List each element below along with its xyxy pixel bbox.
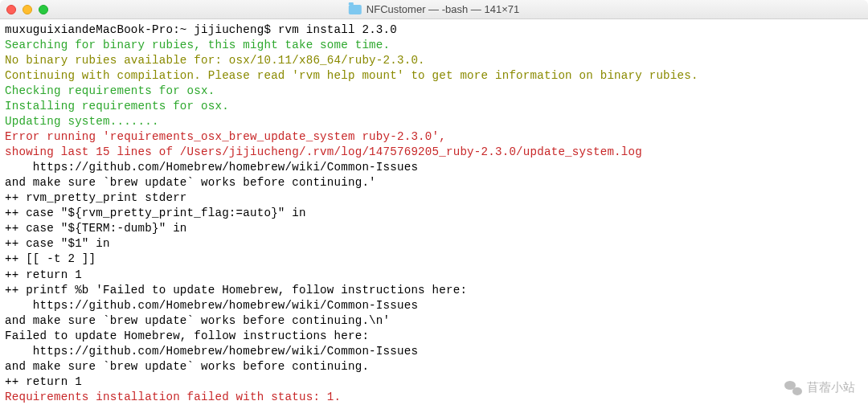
output-line: ++ return 1	[5, 374, 863, 390]
folder-icon	[349, 5, 362, 14]
wechat-icon	[784, 381, 802, 395]
output-line: and make sure `brew update` works before…	[5, 175, 863, 190]
output-line: Checking requirements for osx.	[5, 84, 863, 99]
output-line: ++ case "$1" in	[5, 236, 863, 252]
output-line: Failed to update Homebrew, follow instru…	[5, 329, 863, 344]
output-line: No binary rubies available for: osx/10.1…	[5, 53, 863, 68]
output-line: and make sure `brew update` works before…	[5, 313, 863, 329]
output-line: ++ printf %b 'Failed to update Homebrew,…	[5, 283, 863, 298]
prompt-symbol: $	[264, 23, 271, 36]
output-line: ++ return 1	[5, 268, 863, 283]
window-title: NFCustomer — -bash — 141×71	[349, 3, 519, 15]
prompt-path: ~	[180, 23, 187, 36]
output-line: Installing requirements for osx.	[5, 99, 863, 114]
output-line: Error running 'requirements_osx_brew_upd…	[5, 129, 863, 145]
output-line: Requirements installation failed with st…	[5, 390, 863, 405]
close-icon[interactable]	[6, 5, 16, 14]
minimize-icon[interactable]	[23, 5, 32, 14]
output-line: ++ case "${TERM:-dumb}" in	[5, 221, 863, 236]
prompt-host: muxuguixiandeMacBook-Pro	[5, 23, 173, 36]
prompt-user: jijiucheng	[194, 23, 264, 36]
prompt-line: muxuguixiandeMacBook-Pro:~ jijiucheng$ r…	[5, 22, 863, 38]
terminal-window: NFCustomer — -bash — 141×71 muxuguixiand…	[0, 0, 868, 405]
output-line: https://github.com/Homebrew/homebrew/wik…	[5, 160, 863, 175]
watermark: 苜蓿小站	[784, 380, 855, 395]
output-line: ++ [[ -t 2 ]]	[5, 252, 863, 267]
titlebar[interactable]: NFCustomer — -bash — 141×71	[0, 0, 868, 19]
output-line: Updating system.......	[5, 114, 863, 129]
maximize-icon[interactable]	[39, 5, 48, 14]
output-line: https://github.com/Homebrew/homebrew/wik…	[5, 298, 863, 313]
command-text: rvm install 2.3.0	[278, 23, 397, 36]
window-title-text: NFCustomer — -bash — 141×71	[366, 3, 519, 15]
output-line: ++ case "${rvm_pretty_print_flag:=auto}"…	[5, 206, 863, 221]
output-line: showing last 15 lines of /Users/jijiuche…	[5, 145, 863, 160]
output-line: ++ rvm_pretty_print stderr	[5, 190, 863, 206]
output-lines: Searching for binary rubies, this might …	[5, 38, 863, 405]
output-line: and make sure `brew update` works before…	[5, 359, 863, 374]
output-line: Searching for binary rubies, this might …	[5, 38, 863, 53]
watermark-text: 苜蓿小站	[807, 380, 855, 395]
output-line: Continuing with compilation. Please read…	[5, 68, 863, 84]
terminal-output[interactable]: muxuguixiandeMacBook-Pro:~ jijiucheng$ r…	[0, 19, 868, 405]
output-line: https://github.com/Homebrew/homebrew/wik…	[5, 344, 863, 359]
window-controls	[6, 5, 48, 14]
